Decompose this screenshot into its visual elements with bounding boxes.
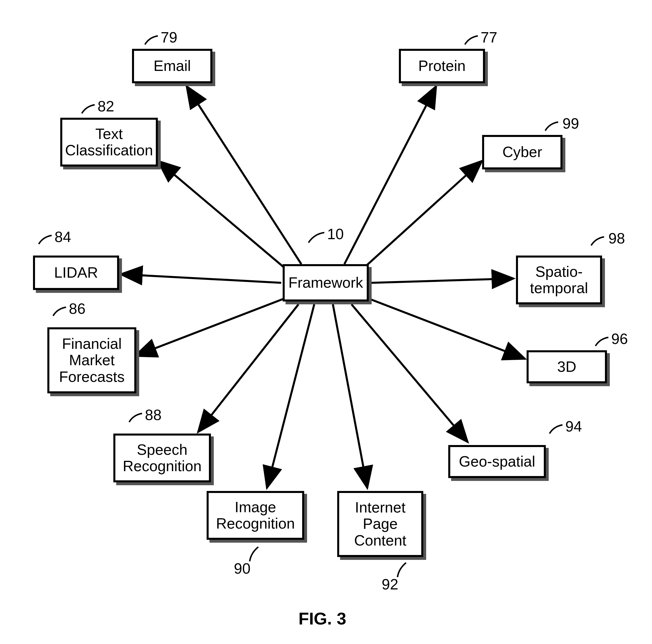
arrow-to-spatio-temporal (372, 279, 514, 283)
node-3d: 3D (526, 350, 607, 383)
node-lidar-label: LIDAR (54, 264, 98, 281)
node-speech: SpeechRecognition (113, 434, 211, 482)
ref-77: 77 (481, 29, 497, 46)
ref-96: 96 (611, 330, 628, 347)
node-text-classification: TextClassification (60, 118, 158, 166)
ref-88: 88 (145, 406, 162, 423)
node-internet-label: InternetPageContent (354, 499, 406, 549)
arrow-to-text-classification (158, 161, 287, 270)
leader-88 (129, 413, 142, 422)
leader-98 (591, 237, 604, 246)
arrow-to-financial (135, 299, 284, 356)
diagram-canvas: Framework 10 Email 79 Protein 77 TextCla… (0, 0, 652, 644)
ref-99: 99 (563, 115, 579, 132)
ref-79: 79 (161, 29, 178, 46)
leader-96 (595, 337, 608, 346)
leader-86 (53, 307, 66, 316)
node-spatio-temporal: Spatio-temporal (516, 256, 602, 304)
arrow-to-lidar (120, 274, 281, 283)
arrow-to-3d (369, 299, 525, 359)
node-cyber-label: Cyber (502, 144, 542, 160)
arrow-to-internet (333, 304, 367, 488)
node-lidar: LIDAR (33, 256, 119, 290)
ref-86: 86 (69, 300, 85, 317)
node-protein-label: Protein (418, 58, 466, 74)
arrow-to-email (187, 86, 301, 264)
node-framework: Framework (283, 264, 369, 302)
ref-82: 82 (98, 98, 114, 115)
ref-90: 90 (234, 560, 250, 577)
node-financial: FinancialMarketForecasts (47, 327, 136, 393)
node-email-label: Email (154, 58, 191, 74)
node-cyber: Cyber (482, 135, 563, 170)
leader-82 (82, 105, 95, 113)
ref-10: 10 (327, 225, 344, 242)
node-framework-label: Framework (289, 275, 363, 291)
ref-92: 92 (382, 576, 398, 593)
arrow-to-speech (198, 304, 298, 432)
node-geo-spatial: Geo-spatial (448, 445, 546, 478)
arrows-layer (0, 0, 652, 644)
node-speech-label: SpeechRecognition (123, 442, 202, 474)
leader-90 (250, 547, 258, 561)
node-geo-spatial-label: Geo-spatial (459, 453, 535, 470)
arrow-to-protein (344, 86, 436, 264)
arrow-to-geo-spatial (352, 304, 468, 442)
figure-caption: FIG. 3 (298, 609, 346, 628)
leader-92 (398, 563, 406, 577)
node-3d-label: 3D (557, 359, 576, 375)
leader-79 (145, 36, 158, 45)
ref-94: 94 (565, 418, 582, 435)
node-internet: InternetPageContent (337, 491, 423, 557)
ref-84: 84 (55, 228, 71, 246)
arrow-to-image (267, 304, 314, 488)
node-email: Email (132, 49, 212, 83)
ref-98: 98 (608, 230, 625, 247)
node-image: ImageRecognition (207, 491, 304, 540)
node-protein: Protein (399, 49, 485, 83)
leader-84 (39, 235, 52, 244)
leader-94 (549, 425, 563, 434)
leader-99 (545, 122, 558, 131)
leader-10 (308, 233, 324, 242)
leader-77 (465, 36, 478, 45)
arrow-to-cyber (361, 161, 482, 270)
node-text-classification-label: TextClassification (65, 126, 153, 158)
node-image-label: ImageRecognition (216, 499, 295, 532)
node-financial-label: FinancialMarketForecasts (59, 336, 125, 385)
node-spatio-temporal-label: Spatio-temporal (530, 263, 588, 296)
